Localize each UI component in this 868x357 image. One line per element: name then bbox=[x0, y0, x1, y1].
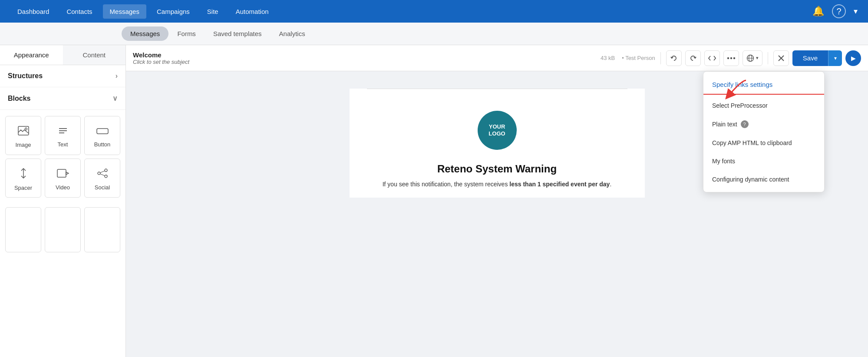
block-extra-2[interactable] bbox=[45, 207, 81, 252]
dropdown-select-preprocessor[interactable]: Select PreProcessor bbox=[703, 96, 824, 115]
image-block-icon bbox=[18, 126, 29, 138]
block-button[interactable]: Button bbox=[84, 116, 120, 155]
svg-marker-8 bbox=[66, 172, 69, 175]
language-selector[interactable]: ▾ bbox=[743, 50, 762, 66]
nav-campaigns[interactable]: Campaigns bbox=[150, 4, 197, 19]
block-spacer[interactable]: Spacer bbox=[5, 159, 41, 198]
subnav-saved-templates[interactable]: Saved templates bbox=[205, 26, 271, 41]
nav-messages[interactable]: Messages bbox=[103, 4, 146, 19]
undo-button[interactable] bbox=[666, 50, 682, 66]
structures-header[interactable]: Structures › bbox=[0, 65, 125, 87]
dropdown-dynamic-content[interactable]: Configuring dynamic content bbox=[703, 170, 824, 188]
dropdown-my-fonts[interactable]: My fonts bbox=[703, 152, 824, 170]
nav-contacts[interactable]: Contacts bbox=[59, 4, 99, 19]
svg-point-1 bbox=[25, 128, 27, 130]
subnav-messages[interactable]: Messages bbox=[122, 26, 168, 41]
block-social-label: Social bbox=[95, 184, 110, 191]
help-icon[interactable]: ? bbox=[832, 4, 846, 18]
block-text-label: Text bbox=[58, 141, 68, 148]
dropdown-copy-amp[interactable]: Copy AMP HTML to clipboard bbox=[703, 134, 824, 152]
canvas-body-end: . bbox=[610, 181, 611, 188]
svg-point-14 bbox=[727, 57, 729, 59]
block-image[interactable]: Image bbox=[5, 116, 41, 155]
text-block-icon bbox=[58, 126, 68, 138]
editor-toolbar: Welcome Click to set the subject 43 kB T… bbox=[126, 45, 868, 71]
dropdown-specify-links[interactable]: Specify links settings bbox=[703, 75, 824, 95]
dropdown-menu: Specify links settings Select PreProcess… bbox=[703, 71, 825, 192]
blocks-header[interactable]: Blocks ∨ bbox=[0, 87, 125, 110]
tab-content[interactable]: Content bbox=[63, 45, 126, 65]
editor-title: Welcome Click to set the subject bbox=[133, 51, 597, 65]
block-social[interactable]: Social bbox=[84, 159, 120, 198]
redo-button[interactable] bbox=[685, 50, 701, 66]
top-nav-icons: 🔔 ? ▾ bbox=[812, 4, 858, 18]
plain-text-label: Plain text bbox=[712, 121, 737, 128]
subnav-analytics[interactable]: Analytics bbox=[271, 26, 314, 41]
top-nav: Dashboard Contacts Messages Campaigns Si… bbox=[0, 0, 868, 23]
logo-placeholder: YOUR LOGO bbox=[478, 111, 517, 150]
send-button[interactable]: ▶ bbox=[845, 50, 861, 66]
toolbar-separator-1 bbox=[660, 52, 661, 64]
right-area: Welcome Click to set the subject 43 kB T… bbox=[126, 45, 868, 357]
tab-appearance[interactable]: Appearance bbox=[0, 45, 63, 65]
canvas-body-bold: less than 1 specified event per day bbox=[509, 181, 610, 188]
svg-rect-7 bbox=[57, 169, 66, 177]
svg-point-16 bbox=[733, 57, 735, 59]
dynamic-content-label: Configuring dynamic content bbox=[712, 176, 789, 183]
blocks-chevron-icon: ∨ bbox=[112, 94, 118, 102]
specify-links-label: Specify links settings bbox=[712, 81, 772, 88]
sub-nav: Messages Forms Saved templates Analytics bbox=[0, 23, 868, 45]
select-preprocessor-label: Select PreProcessor bbox=[712, 102, 768, 109]
block-video-label: Video bbox=[56, 184, 70, 191]
block-spacer-label: Spacer bbox=[14, 185, 32, 191]
block-button-label: Button bbox=[94, 141, 111, 148]
svg-line-12 bbox=[100, 171, 105, 172]
canvas-title: Reteno System Warning bbox=[350, 159, 645, 179]
blocks-label: Blocks bbox=[8, 95, 30, 102]
my-fonts-label: My fonts bbox=[712, 158, 735, 165]
structures-chevron-icon: › bbox=[116, 72, 118, 80]
svg-point-11 bbox=[105, 175, 107, 178]
nav-automation[interactable]: Automation bbox=[229, 4, 276, 19]
blocks-section: Blocks ∨ Image Text bbox=[0, 87, 125, 204]
main-layout: Appearance Content Structures › Blocks ∨ bbox=[0, 45, 868, 357]
globe-icon bbox=[746, 54, 754, 62]
canvas-body-text: If you see this notification, the system… bbox=[383, 181, 510, 188]
plain-text-help-icon[interactable]: ? bbox=[741, 120, 749, 128]
editor-size: 43 kB bbox=[601, 55, 615, 61]
canvas-logo-area: YOUR LOGO bbox=[350, 98, 645, 159]
left-panel-scroll: Structures › Blocks ∨ Image bbox=[0, 65, 125, 354]
dropdown-plain-text[interactable]: Plain text ? bbox=[703, 115, 824, 134]
editor-email-title: Welcome bbox=[133, 51, 597, 59]
svg-rect-5 bbox=[97, 129, 108, 134]
social-block-icon bbox=[97, 169, 108, 181]
save-dropdown-button[interactable]: ▾ bbox=[828, 50, 842, 66]
save-button[interactable]: Save bbox=[792, 50, 828, 66]
editor-test-person: Test Person bbox=[622, 55, 655, 61]
user-menu-chevron-icon[interactable]: ▾ bbox=[854, 7, 858, 16]
editor-subject-placeholder[interactable]: Click to set the subject bbox=[133, 59, 597, 65]
subnav-forms[interactable]: Forms bbox=[168, 26, 205, 41]
bell-icon[interactable]: 🔔 bbox=[812, 6, 824, 17]
panel-tabs: Appearance Content bbox=[0, 45, 125, 65]
more-options-button[interactable] bbox=[723, 50, 739, 66]
block-text[interactable]: Text bbox=[45, 116, 81, 155]
spacer-block-icon bbox=[19, 168, 28, 181]
close-button[interactable] bbox=[773, 50, 789, 66]
language-chevron-icon: ▾ bbox=[756, 55, 759, 61]
svg-point-15 bbox=[730, 57, 732, 59]
canvas-body: If you see this notification, the system… bbox=[350, 179, 645, 198]
svg-line-13 bbox=[100, 174, 105, 175]
left-panel: Appearance Content Structures › Blocks ∨ bbox=[0, 45, 126, 357]
block-video[interactable]: Video bbox=[45, 159, 81, 198]
block-extra-1[interactable] bbox=[5, 207, 41, 252]
code-button[interactable] bbox=[704, 50, 720, 66]
nav-site[interactable]: Site bbox=[200, 4, 225, 19]
block-image-label: Image bbox=[15, 142, 31, 148]
nav-dashboard[interactable]: Dashboard bbox=[10, 4, 56, 19]
canvas-divider bbox=[367, 89, 627, 89]
block-extra-3[interactable] bbox=[84, 207, 120, 252]
svg-point-9 bbox=[98, 172, 100, 175]
toolbar-separator-2 bbox=[768, 52, 768, 64]
structures-section: Structures › bbox=[0, 65, 125, 87]
